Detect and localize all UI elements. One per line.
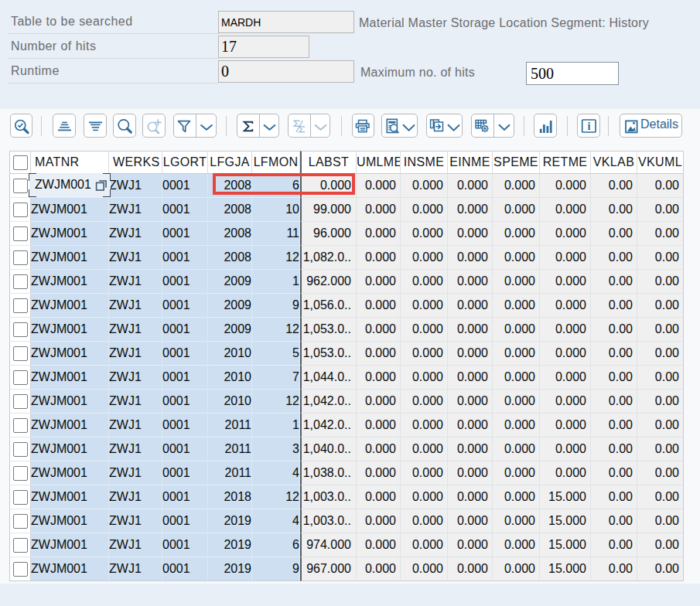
svg-text:i: i: [587, 120, 590, 132]
